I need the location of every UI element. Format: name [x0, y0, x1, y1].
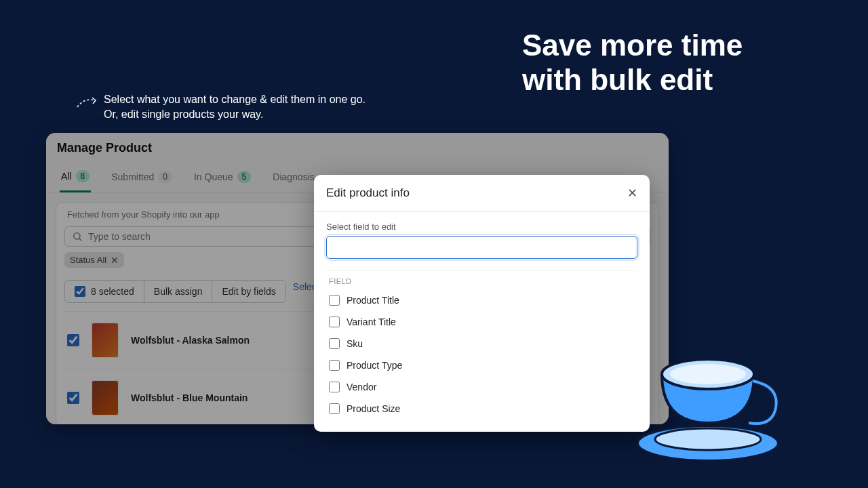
arrow-decoration-icon — [75, 91, 99, 115]
field-dropdown: FIELD Product Title Variant Title Sku Pr… — [326, 270, 637, 420]
option-sku[interactable]: Sku — [326, 333, 637, 354]
hero-line1: Save more time — [522, 28, 743, 63]
svg-point-2 — [655, 428, 761, 450]
dropdown-group-label: FIELD — [326, 270, 637, 289]
option-label: Product Type — [347, 360, 402, 371]
close-icon[interactable]: ✕ — [627, 186, 637, 201]
modal-title: Edit product info — [326, 186, 410, 200]
option-checkbox[interactable] — [329, 403, 340, 414]
field-label: Select field to edit — [326, 222, 637, 232]
option-label: Product Size — [347, 403, 400, 414]
option-variant-title[interactable]: Variant Title — [326, 311, 637, 333]
option-label: Vendor — [347, 382, 376, 392]
field-select-input[interactable] — [326, 236, 637, 259]
option-label: Variant Title — [347, 317, 396, 327]
subtext-line1: Select what you want to change & edit th… — [104, 92, 366, 107]
option-checkbox[interactable] — [329, 317, 340, 327]
svg-point-4 — [670, 364, 746, 384]
teacup-illustration-icon — [633, 333, 789, 464]
option-vendor[interactable]: Vendor — [326, 376, 637, 398]
option-product-title[interactable]: Product Title — [326, 289, 637, 311]
option-checkbox[interactable] — [329, 382, 340, 392]
option-checkbox[interactable] — [329, 360, 340, 371]
option-checkbox[interactable] — [329, 338, 340, 349]
hero-subtext: Select what you want to change & edit th… — [104, 92, 366, 121]
edit-product-modal: Edit product info ✕ Select field to edit… — [314, 175, 650, 432]
option-product-type[interactable]: Product Type — [326, 354, 637, 376]
hero-heading: Save more time with bulk edit — [522, 28, 743, 97]
option-label: Product Title — [347, 295, 399, 306]
option-checkbox[interactable] — [329, 295, 340, 306]
subtext-line2: Or, edit single products your way. — [104, 107, 366, 122]
option-label: Sku — [347, 338, 363, 349]
hero-line2: with bulk edit — [522, 63, 743, 98]
option-product-size[interactable]: Product Size — [326, 398, 637, 420]
